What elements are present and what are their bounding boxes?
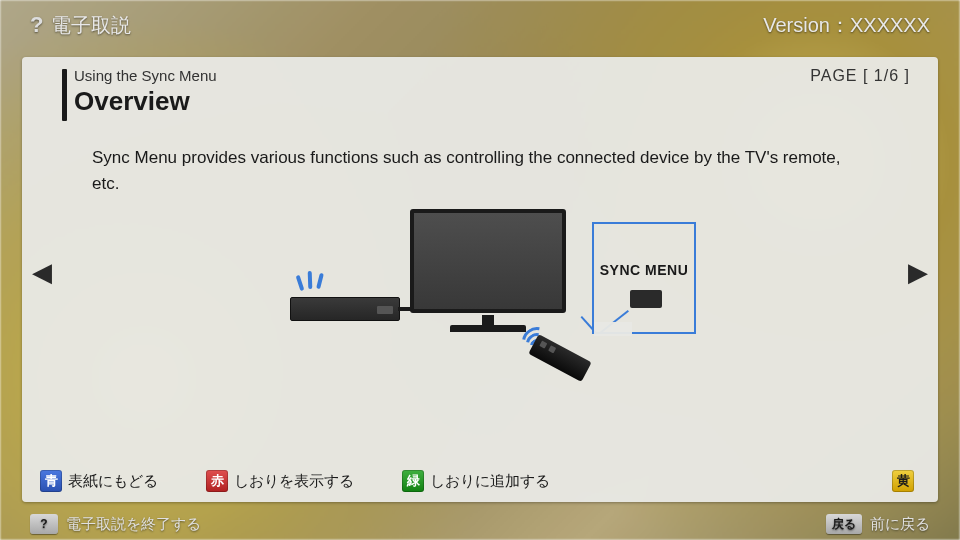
callout-mask bbox=[594, 322, 632, 336]
page-indicator: PAGE [ 1/6 ] bbox=[810, 67, 910, 85]
green-chip-icon: 緑 bbox=[402, 470, 424, 492]
signal-line-icon bbox=[316, 273, 324, 289]
back-key-icon[interactable]: 戻る bbox=[826, 514, 862, 534]
card-body: Sync Menu provides various functions suc… bbox=[22, 117, 938, 502]
card-header: Using the Sync Menu Overview PAGE [ 1/6 … bbox=[22, 57, 938, 117]
tv-stand-icon bbox=[450, 325, 526, 332]
tv-stand-icon bbox=[482, 315, 494, 325]
signal-line-icon bbox=[308, 271, 313, 289]
settop-box-icon bbox=[290, 297, 400, 321]
blue-chip-icon: 青 bbox=[40, 470, 62, 492]
yellow-chip-icon: 黄 bbox=[892, 470, 914, 492]
callout-button-icon bbox=[630, 290, 662, 308]
version-label: Version：XXXXXX bbox=[763, 12, 930, 39]
bottom-bar: ? 電子取説を終了する 戻る 前に戻る bbox=[0, 508, 960, 540]
sync-menu-diagram: SYNC MENU bbox=[260, 207, 700, 407]
prev-page-arrow[interactable]: ◀ bbox=[32, 257, 52, 288]
green-action[interactable]: 緑 しおりに追加する bbox=[402, 470, 550, 492]
callout-label: SYNC MENU bbox=[594, 262, 694, 278]
description-text: Sync Menu provides various functions suc… bbox=[92, 145, 868, 196]
red-chip-icon: 赤 bbox=[206, 470, 228, 492]
callout-box: SYNC MENU bbox=[592, 222, 696, 334]
help-icon: ? bbox=[30, 12, 43, 38]
green-label: しおりに追加する bbox=[430, 472, 550, 491]
content-card: Using the Sync Menu Overview PAGE [ 1/6 … bbox=[22, 57, 938, 502]
red-label: しおりを表示する bbox=[234, 472, 354, 491]
signal-line-icon bbox=[296, 275, 305, 291]
tv-icon bbox=[410, 209, 566, 313]
app-title: 電子取説 bbox=[51, 12, 131, 39]
blue-action[interactable]: 青 表紙にもどる bbox=[40, 470, 158, 492]
remote-icon bbox=[528, 334, 591, 382]
page-title: Overview bbox=[74, 86, 910, 117]
top-bar: ? 電子取説 Version：XXXXXX bbox=[0, 0, 960, 50]
help-key-icon[interactable]: ? bbox=[30, 514, 58, 534]
red-action[interactable]: 赤 しおりを表示する bbox=[206, 470, 354, 492]
title-accent bbox=[62, 69, 67, 121]
next-page-arrow[interactable]: ▶ bbox=[908, 257, 928, 288]
exit-manual-label: 電子取説を終了する bbox=[66, 515, 201, 534]
breadcrumb: Using the Sync Menu bbox=[74, 67, 910, 84]
back-label: 前に戻る bbox=[870, 515, 930, 534]
blue-label: 表紙にもどる bbox=[68, 472, 158, 491]
color-key-legend: 青 表紙にもどる 赤 しおりを表示する 緑 しおりに追加する 黄 bbox=[22, 470, 938, 492]
yellow-action[interactable]: 黄 bbox=[892, 470, 920, 492]
